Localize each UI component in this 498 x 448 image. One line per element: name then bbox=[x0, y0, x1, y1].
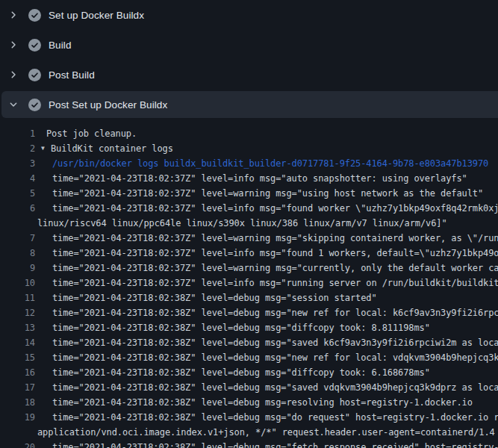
log-line-number[interactable]: 13 bbox=[0, 320, 36, 335]
log-line-number[interactable]: 10 bbox=[0, 276, 36, 290]
chevron-right-icon bbox=[7, 69, 19, 81]
log-text: time="2021-04-23T18:02:37Z" level=info m… bbox=[52, 276, 498, 290]
chevron-down-icon bbox=[7, 99, 19, 111]
log-text: Post job cleanup. bbox=[46, 126, 137, 141]
log-line-number[interactable]: 14 bbox=[0, 335, 36, 350]
log-text: time="2021-04-23T18:02:38Z" level=debug … bbox=[52, 380, 498, 395]
log-text: time="2021-04-23T18:02:38Z" level=debug … bbox=[52, 395, 473, 410]
workflow-log-viewer: Set up Docker BuildxBuildPost BuildPost … bbox=[0, 0, 498, 448]
log-line-number[interactable]: 11 bbox=[0, 290, 36, 305]
log-text: time="2021-04-23T18:02:38Z" level=debug … bbox=[52, 290, 377, 305]
log-row: 16time="2021-04-23T18:02:38Z" level=debu… bbox=[0, 365, 498, 380]
log-text: time="2021-04-23T18:02:38Z" level=debug … bbox=[52, 335, 498, 350]
log-row: 1Post job cleanup. bbox=[0, 126, 498, 141]
log-row: 3/usr/bin/docker logs buildx_buildkit_bu… bbox=[0, 156, 498, 171]
check-circle-icon bbox=[28, 69, 41, 81]
step-label: Post Set up Docker Buildx bbox=[49, 99, 167, 111]
log-row: 17time="2021-04-23T18:02:38Z" level=debu… bbox=[0, 380, 498, 395]
log-text: time="2021-04-23T18:02:38Z" level=debug … bbox=[52, 305, 498, 320]
step-label: Post Build bbox=[49, 69, 95, 81]
log-line-number[interactable]: 17 bbox=[0, 380, 36, 395]
log-row: 20time="2021-04-23T18:02:38Z" level=debu… bbox=[0, 440, 498, 448]
log-row: 5time="2021-04-23T18:02:37Z" level=warni… bbox=[0, 186, 498, 201]
log-line-number[interactable]: 5 bbox=[0, 186, 36, 201]
step-label: Build bbox=[49, 40, 72, 51]
log-text: time="2021-04-23T18:02:37Z" level=info m… bbox=[52, 171, 467, 186]
step-header-build[interactable]: Build bbox=[0, 30, 498, 60]
log-text: application/vnd.oci.image.index.v1+json,… bbox=[37, 425, 495, 440]
log-text: time="2021-04-23T18:02:38Z" level=debug … bbox=[52, 440, 498, 448]
log-row: 13time="2021-04-23T18:02:38Z" level=debu… bbox=[0, 320, 498, 335]
log-area: 1Post job cleanup.2▼BuildKit container l… bbox=[0, 119, 498, 448]
log-row: 6time="2021-04-23T18:02:37Z" level=info … bbox=[0, 201, 498, 216]
log-line-number[interactable]: 20 bbox=[0, 440, 36, 448]
log-line-number[interactable]: 18 bbox=[0, 395, 36, 410]
log-line-number bbox=[0, 425, 36, 440]
log-line-number[interactable]: 12 bbox=[0, 305, 36, 320]
log-command-text: /usr/bin/docker logs buildx_buildkit_bui… bbox=[52, 156, 488, 171]
log-line-number[interactable]: 9 bbox=[0, 261, 36, 276]
log-row: 19time="2021-04-23T18:02:38Z" level=debu… bbox=[0, 410, 498, 425]
log-text: time="2021-04-23T18:02:37Z" level=info m… bbox=[52, 201, 498, 216]
log-row: 18time="2021-04-23T18:02:38Z" level=debu… bbox=[0, 395, 498, 410]
log-row: 9time="2021-04-23T18:02:37Z" level=warni… bbox=[0, 261, 498, 276]
log-line-number bbox=[0, 216, 36, 231]
log-line-number[interactable]: 15 bbox=[0, 350, 36, 365]
collapse-triangle-icon[interactable]: ▼ bbox=[41, 141, 48, 156]
log-text: time="2021-04-23T18:02:37Z" level=info m… bbox=[52, 246, 498, 261]
log-row: 4time="2021-04-23T18:02:37Z" level=info … bbox=[0, 171, 498, 186]
log-row: 2▼BuildKit container logs bbox=[0, 141, 498, 156]
steps-list: Set up Docker BuildxBuildPost BuildPost … bbox=[0, 0, 498, 119]
log-line-number[interactable]: 3 bbox=[0, 156, 36, 171]
chevron-right-icon bbox=[7, 39, 19, 51]
log-text: time="2021-04-23T18:02:38Z" level=debug … bbox=[52, 365, 430, 380]
step-header-post-build[interactable]: Post Build bbox=[0, 60, 498, 90]
log-line-number[interactable]: 2 bbox=[0, 141, 36, 156]
chevron-right-icon bbox=[7, 9, 19, 21]
step-label: Set up Docker Buildx bbox=[49, 10, 144, 21]
log-text: time="2021-04-23T18:02:38Z" level=debug … bbox=[52, 410, 498, 425]
log-row: 14time="2021-04-23T18:02:38Z" level=debu… bbox=[0, 335, 498, 350]
log-text: time="2021-04-23T18:02:37Z" level=warnin… bbox=[52, 231, 498, 246]
log-line-number[interactable]: 6 bbox=[0, 201, 36, 216]
log-text: BuildKit container logs bbox=[51, 141, 173, 156]
log-row: 15time="2021-04-23T18:02:38Z" level=debu… bbox=[0, 350, 498, 365]
log-line-number[interactable]: 1 bbox=[0, 126, 36, 141]
log-line-number[interactable]: 19 bbox=[0, 410, 36, 425]
log-row: 11time="2021-04-23T18:02:38Z" level=debu… bbox=[0, 290, 498, 305]
log-text: time="2021-04-23T18:02:37Z" level=warnin… bbox=[52, 261, 498, 276]
log-text: time="2021-04-23T18:02:38Z" level=debug … bbox=[52, 350, 498, 365]
log-line-number[interactable]: 16 bbox=[0, 365, 36, 380]
check-circle-icon bbox=[28, 99, 41, 111]
log-text: time="2021-04-23T18:02:38Z" level=debug … bbox=[52, 320, 430, 335]
log-text: linux/riscv64 linux/ppc64le linux/s390x … bbox=[37, 216, 447, 231]
step-header-post-set-up-docker-buildx[interactable]: Post Set up Docker Buildx bbox=[0, 90, 498, 119]
log-text: time="2021-04-23T18:02:37Z" level=warnin… bbox=[52, 186, 483, 201]
log-row: 8time="2021-04-23T18:02:37Z" level=info … bbox=[0, 246, 498, 261]
log-row: 10time="2021-04-23T18:02:37Z" level=info… bbox=[0, 276, 498, 290]
check-circle-icon bbox=[28, 39, 41, 52]
log-row: application/vnd.oci.image.index.v1+json,… bbox=[0, 425, 498, 440]
step-header-set-up-docker-buildx[interactable]: Set up Docker Buildx bbox=[0, 0, 498, 30]
log-row: 12time="2021-04-23T18:02:38Z" level=debu… bbox=[0, 305, 498, 320]
log-row: linux/riscv64 linux/ppc64le linux/s390x … bbox=[0, 216, 498, 231]
log-line-number[interactable]: 8 bbox=[0, 246, 36, 261]
log-row: 7time="2021-04-23T18:02:37Z" level=warni… bbox=[0, 231, 498, 246]
log-line-number[interactable]: 7 bbox=[0, 231, 36, 246]
check-circle-icon bbox=[28, 9, 41, 22]
log-line-number[interactable]: 4 bbox=[0, 171, 36, 186]
